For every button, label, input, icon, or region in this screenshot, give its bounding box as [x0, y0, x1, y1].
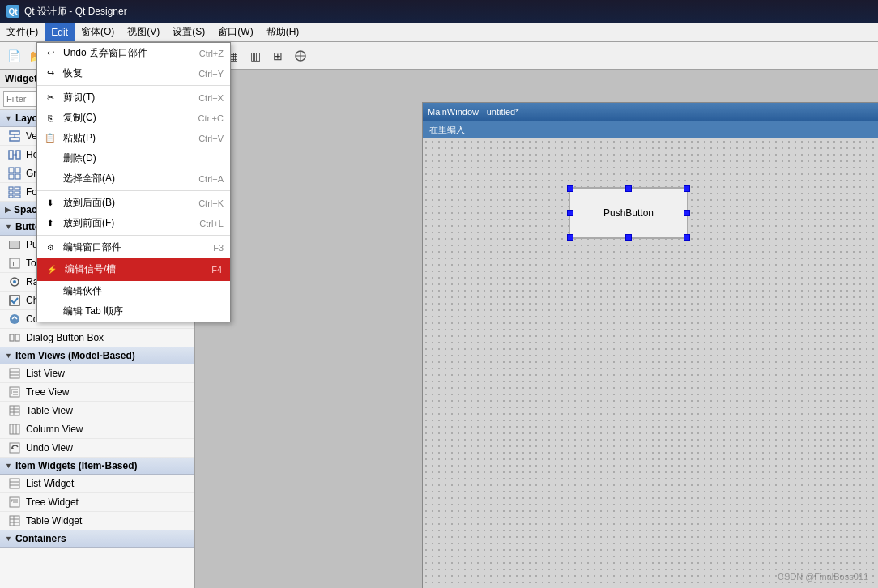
toolbar-edit8[interactable]: [290, 45, 311, 66]
toolbar-edit6[interactable]: ▥: [245, 45, 266, 66]
menu-item-raise[interactable]: ⬆ 放到前面(F) Ctrl+L: [37, 213, 230, 233]
svg-rect-66: [10, 516, 19, 526]
svg-rect-50: [10, 406, 19, 415]
svg-rect-54: [10, 424, 19, 434]
svg-point-39: [10, 314, 19, 324]
menu-item-editsignals[interactable]: ⚡ 编辑信号/槽 F4: [37, 258, 230, 281]
selectall-shortcut: Ctrl+A: [198, 174, 224, 184]
editwidgets-icon: ⚙: [44, 241, 57, 254]
push-button-canvas-label: PushButton: [603, 207, 654, 219]
menu-view[interactable]: 视图(V): [121, 23, 166, 41]
mdi-subtitle-text: 在里编入: [429, 124, 465, 136]
menu-help[interactable]: 帮助(H): [260, 23, 306, 41]
menu-item-editwidgets[interactable]: ⚙ 编辑窗口部件 F3: [37, 237, 230, 258]
editsignals-icon: ⚡: [45, 263, 58, 276]
svg-rect-28: [9, 187, 13, 190]
push-button-canvas-widget[interactable]: PushButton: [569, 187, 688, 239]
sel-handle-tr: [684, 185, 690, 192]
widget-list-widget[interactable]: List Widget: [0, 475, 194, 493]
mdi-title: MainWindow - untitled*: [428, 107, 878, 117]
menu-settings[interactable]: 设置(S): [166, 23, 211, 41]
copy-icon: ⎘: [44, 112, 57, 125]
sel-handle-tm: [625, 185, 632, 192]
menu-item-editbuddies[interactable]: 编辑伙伴: [37, 281, 230, 301]
toolbar-new[interactable]: 📄: [3, 45, 24, 66]
menu-item-paste[interactable]: 📋 粘贴(P) Ctrl+V: [37, 128, 230, 148]
menu-bar: 文件(F) Edit 窗体(O) 视图(V) 设置(S) 窗口(W) 帮助(H)…: [0, 23, 878, 42]
menu-item-lower[interactable]: ⬇ 放到后面(B) Ctrl+K: [37, 193, 230, 213]
svg-rect-25: [15, 168, 20, 173]
list-view-label: List View: [26, 368, 65, 379]
category-item-widgets-item-label: Item Widgets (Item-Based): [15, 460, 138, 471]
dialog-button-box-icon: [8, 331, 21, 344]
layouts-arrow: ▼: [5, 114, 12, 122]
watermark: CSDN @FinalBoss011: [778, 572, 868, 582]
menu-item-selectall[interactable]: 选择全部(A) Ctrl+A: [37, 168, 230, 189]
editbuddies-label: 编辑伙伴: [63, 284, 217, 298]
cut-shortcut: Ctrl+X: [198, 93, 224, 103]
copy-shortcut: Ctrl+C: [198, 113, 224, 123]
paste-icon: 📋: [44, 132, 57, 145]
column-view-icon: [8, 423, 21, 436]
edit-dropdown-menu: ↩ Undo 丢弃窗口部件 Ctrl+Z ↪ 恢复 Ctrl+Y ✂ 剪切(T)…: [36, 42, 231, 322]
svg-rect-27: [15, 174, 20, 179]
widget-tree-view[interactable]: Tree View: [0, 383, 194, 402]
vertical-layout-icon: [8, 130, 21, 143]
spacers-arrow: ▶: [5, 206, 11, 214]
category-item-views-model-label: Item Views (Model-Based): [15, 350, 135, 361]
widget-list-view[interactable]: List View: [0, 364, 194, 383]
menu-window[interactable]: 窗体(O): [75, 23, 121, 41]
list-widget-icon: [8, 477, 21, 490]
menu-item-edittab[interactable]: 编辑 Tab 顺序: [37, 301, 230, 322]
menu-item-cut[interactable]: ✂ 剪切(T) Ctrl+X: [37, 87, 230, 108]
sel-handle-mr: [684, 210, 690, 216]
widget-table-view[interactable]: Table View: [0, 402, 194, 420]
sep1: [37, 85, 230, 86]
dialog-button-box-label: Dialog Button Box: [26, 332, 104, 343]
column-view-label: Column View: [26, 424, 83, 435]
selectall-icon: [44, 173, 57, 185]
widget-table-widget[interactable]: Table Widget: [0, 512, 194, 530]
tree-widget-icon: [8, 496, 21, 509]
svg-rect-42: [10, 369, 19, 378]
category-containers[interactable]: ▼ Containers: [0, 530, 194, 548]
undo-label: Undo 丢弃窗口部件: [63, 46, 193, 60]
sel-handle-tl: [567, 185, 573, 192]
raise-shortcut: Ctrl+L: [199, 219, 224, 228]
delete-icon: [44, 152, 57, 165]
mdi-content[interactable]: PushButton: [423, 138, 878, 588]
selectall-label: 选择全部(A): [63, 172, 192, 185]
menu-item-copy[interactable]: ⎘ 复制(C) Ctrl+C: [37, 108, 230, 128]
mdi-window: MainWindow - untitled* _ □ ✕ 在里编入: [422, 102, 878, 588]
raise-label: 放到前面(F): [63, 216, 193, 230]
menu-item-redo[interactable]: ↪ 恢复 Ctrl+Y: [37, 63, 230, 83]
menu-edit[interactable]: Edit: [45, 23, 75, 41]
menu-item-delete[interactable]: 删除(D): [37, 148, 230, 168]
sel-handle-ml: [567, 210, 573, 216]
title-bar: Qt Qt 设计师 - Qt Designer: [0, 0, 878, 23]
toolbar-edit7[interactable]: ⊞: [267, 45, 288, 66]
menu-wnd[interactable]: 窗口(W): [211, 23, 259, 41]
grid-layout-icon: [8, 167, 21, 180]
table-widget-label: Table Widget: [26, 515, 82, 526]
table-widget-icon: [8, 514, 21, 527]
menu-item-undo[interactable]: ↩ Undo 丢弃窗口部件 Ctrl+Z: [37, 43, 230, 63]
widget-tree-widget[interactable]: Tree Widget: [0, 493, 194, 512]
containers-arrow: ▼: [5, 535, 12, 543]
svg-rect-41: [15, 334, 19, 341]
table-view-label: Table View: [26, 405, 73, 416]
widget-undo-view[interactable]: Undo View: [0, 439, 194, 458]
widget-dialog-button-box[interactable]: Dialog Button Box: [0, 329, 194, 347]
tool-button-icon: T: [8, 257, 21, 270]
category-item-views-model[interactable]: ▼ Item Views (Model-Based): [0, 347, 194, 364]
widget-column-view[interactable]: Column View: [0, 420, 194, 439]
redo-shortcut: Ctrl+Y: [198, 69, 224, 79]
category-item-widgets-item[interactable]: ▼ Item Widgets (Item-Based): [0, 458, 194, 475]
menu-file[interactable]: 文件(F): [0, 23, 45, 41]
svg-rect-20: [9, 151, 13, 159]
horizontal-layout-icon: [8, 148, 21, 161]
edittab-label: 编辑 Tab 顺序: [63, 305, 217, 318]
editsignals-shortcut: F4: [211, 265, 222, 275]
title-text: Qt 设计师 - Qt Designer: [24, 5, 127, 19]
editsignals-label: 编辑信号/槽: [65, 262, 205, 276]
